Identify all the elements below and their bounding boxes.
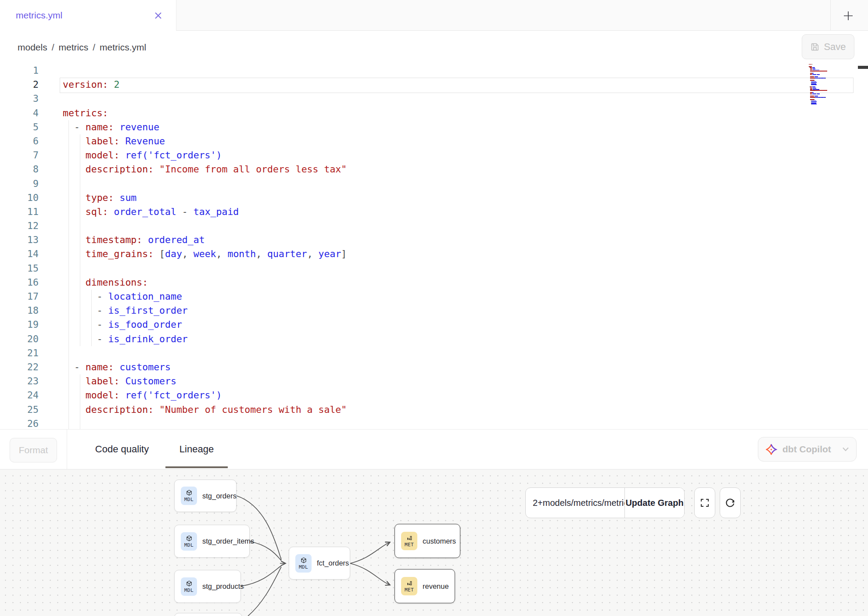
lineage-node-partial[interactable]: [174, 613, 242, 616]
code-line[interactable]: 6 label: Revenue: [0, 134, 868, 148]
code-line[interactable]: 8 description: "Income from all orders l…: [0, 162, 868, 176]
dbt-logo-icon: [765, 444, 777, 455]
indent-guide: [80, 205, 80, 219]
indent-guide: [68, 388, 69, 402]
copilot-label: dbt Copilot: [782, 444, 837, 455]
indent-guide: [91, 332, 92, 346]
code-editor[interactable]: 12version: 234metrics:5 - name: revenue6…: [0, 64, 868, 429]
breadcrumb-segment[interactable]: metrics: [59, 42, 89, 53]
code-line[interactable]: 10 type: sum: [0, 191, 868, 205]
indent-guide: [68, 162, 69, 176]
code-line[interactable]: 9: [0, 177, 868, 191]
line-number: 5: [0, 120, 39, 134]
cube-icon: [300, 557, 307, 564]
lineage-node-fct-orders[interactable]: MDL fct_orders: [289, 547, 350, 580]
code-line[interactable]: 11 sql: order_total - tax_paid: [0, 205, 868, 219]
lineage-canvas[interactable]: MDL stg_orders MDL stg_order_items MDL s…: [0, 469, 868, 616]
indent-guide: [80, 191, 80, 205]
code-line[interactable]: 26: [0, 417, 868, 429]
code-line[interactable]: 4metrics:: [0, 106, 868, 120]
indent-guide: [80, 148, 80, 162]
indent-guide: [80, 417, 80, 429]
update-graph-button[interactable]: Update Graph: [624, 488, 684, 518]
tab-strip-divider: [830, 0, 831, 31]
save-button[interactable]: Save: [802, 34, 854, 59]
editor-minimap[interactable]: [809, 63, 831, 105]
code-line[interactable]: 18 - is_first_order: [0, 304, 868, 318]
fullscreen-button[interactable]: [694, 487, 715, 518]
code-line[interactable]: 13 timestamp: ordered_at: [0, 233, 868, 247]
scrollbar-handle[interactable]: [858, 66, 868, 69]
indent-guide: [80, 403, 80, 417]
node-label: stg_order_items: [202, 537, 254, 545]
indent-guide: [80, 374, 80, 388]
tab-metrics-yml[interactable]: metrics.yml: [0, 0, 176, 31]
refresh-icon: [725, 497, 736, 509]
code-line[interactable]: 20 - is_drink_order: [0, 332, 868, 346]
line-number: 23: [0, 374, 39, 388]
code-line[interactable]: 24 model: ref('fct_orders'): [0, 388, 868, 402]
model-badge: MDL: [181, 532, 197, 551]
save-label: Save: [824, 41, 846, 53]
code-line[interactable]: 12: [0, 219, 868, 233]
lineage-node-customers[interactable]: MET customers: [395, 524, 460, 558]
new-tab-button[interactable]: [838, 6, 858, 26]
code-line[interactable]: 19 - is_food_order: [0, 318, 868, 332]
indent-guide: [68, 247, 69, 261]
code-line[interactable]: 25 description: "Number of customers wit…: [0, 403, 868, 417]
code-line[interactable]: 1: [0, 64, 868, 78]
close-tab-icon[interactable]: [153, 11, 163, 20]
code-line[interactable]: 22 - name: customers: [0, 360, 868, 374]
chevron-down-icon: [842, 447, 849, 452]
bar-chart-icon: [406, 534, 413, 541]
line-number: 24: [0, 388, 39, 402]
code-line[interactable]: 3: [0, 92, 868, 106]
code-line[interactable]: 17 - location_name: [0, 290, 868, 304]
indent-guide: [80, 177, 80, 191]
code-line[interactable]: 21: [0, 346, 868, 360]
indent-guide: [80, 276, 80, 290]
edge-fct-orders-revenue: [350, 563, 390, 585]
breadcrumb-segment[interactable]: metrics.yml: [100, 42, 146, 53]
lineage-node-revenue[interactable]: MET revenue: [395, 569, 455, 603]
breadcrumb-segment[interactable]: models: [18, 42, 47, 53]
node-label: stg_products: [202, 582, 244, 591]
indent-guide: [80, 290, 80, 304]
code-line[interactable]: 23 label: Customers: [0, 374, 868, 388]
metric-badge: MET: [401, 532, 417, 550]
indent-guide: [80, 261, 80, 276]
lineage-label: Lineage: [179, 444, 214, 455]
refresh-button[interactable]: [720, 487, 741, 518]
indent-guide: [68, 191, 69, 205]
indent-guide: [68, 120, 69, 134]
line-number: 4: [0, 106, 39, 120]
indent-guide: [68, 219, 69, 233]
code-line[interactable]: 5 - name: revenue: [0, 120, 868, 134]
code-line[interactable]: 7 model: ref('fct_orders'): [0, 148, 868, 162]
breadcrumb-separator: /: [52, 42, 54, 53]
code-line[interactable]: 2version: 2: [0, 78, 868, 92]
lineage-node-stg-order-items[interactable]: MDL stg_order_items: [174, 525, 250, 558]
lineage-node-stg-products[interactable]: MDL stg_products: [174, 570, 241, 603]
lineage-selector-input[interactable]: [526, 488, 624, 518]
breadcrumb-separator: /: [93, 42, 95, 53]
code-line[interactable]: 14 time_grains: [day, week, month, quart…: [0, 247, 868, 261]
tab-code-quality[interactable]: Code quality: [91, 430, 153, 469]
indent-guide: [68, 374, 69, 388]
lineage-node-stg-orders[interactable]: MDL stg_orders: [174, 480, 237, 512]
model-badge: MDL: [295, 554, 312, 573]
line-number: 6: [0, 134, 39, 148]
bar-chart-icon: [406, 580, 413, 587]
indent-guide: [68, 205, 69, 219]
code-line[interactable]: 16 dimensions:: [0, 276, 868, 290]
line-number: 13: [0, 233, 39, 247]
line-number: 18: [0, 304, 39, 318]
tab-lineage[interactable]: Lineage: [165, 430, 228, 469]
tab-strip-background: [176, 0, 868, 31]
format-button[interactable]: Format: [10, 438, 57, 462]
dbt-copilot-button[interactable]: dbt Copilot: [758, 437, 857, 462]
plus-icon: [842, 10, 854, 22]
edge-bottom-node-fct-orders: [248, 567, 281, 616]
indent-guide: [91, 290, 92, 304]
code-line[interactable]: 15: [0, 261, 868, 276]
